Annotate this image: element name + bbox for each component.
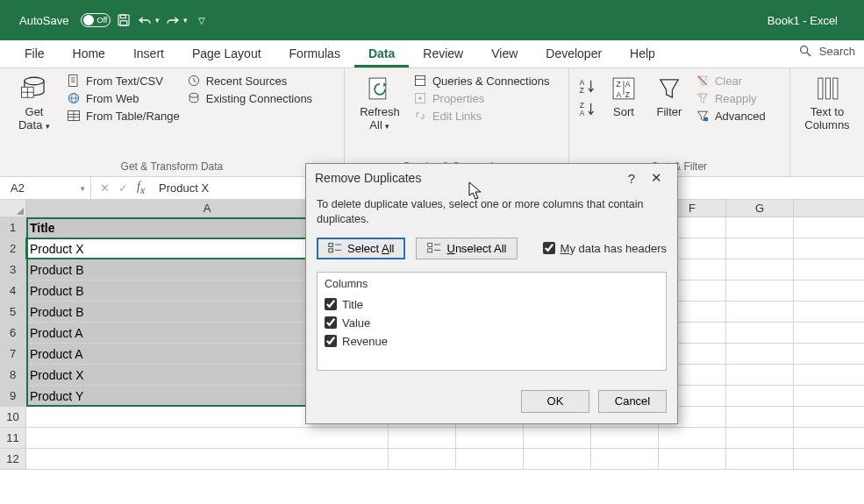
cell[interactable] [726, 217, 794, 238]
existing-connections-button[interactable]: Existing Connections [187, 91, 312, 105]
sort-desc-button[interactable]: ZA [578, 100, 597, 119]
cell[interactable] [726, 428, 794, 448]
cell[interactable] [456, 449, 524, 469]
cell[interactable] [726, 386, 794, 406]
cell[interactable] [659, 449, 726, 469]
text-to-columns-button[interactable]: Text to Columns [799, 72, 855, 133]
cell[interactable] [26, 449, 389, 469]
advanced-filter-button[interactable]: Advanced [696, 109, 766, 123]
row-header[interactable]: 5 [0, 302, 26, 322]
undo-icon[interactable] [137, 12, 153, 28]
tab-page-layout[interactable]: Page Layout [178, 41, 275, 67]
cancel-formula-icon[interactable]: ✕ [100, 181, 110, 195]
cell[interactable] [591, 428, 659, 448]
tab-formulas[interactable]: Formulas [275, 41, 354, 67]
row-header[interactable]: 3 [0, 259, 26, 280]
fx-icon[interactable]: fx [137, 180, 145, 196]
redo-icon[interactable] [165, 12, 181, 28]
cell[interactable] [726, 238, 794, 259]
column-checkbox-revenue[interactable]: Revenue [325, 332, 659, 351]
dialog-help-button[interactable]: ? [619, 171, 644, 186]
refresh-all-button[interactable]: Refresh All ▾ [353, 72, 406, 133]
row-header[interactable]: 6 [0, 323, 26, 343]
tab-view[interactable]: View [477, 41, 532, 67]
table-row[interactable]: 12 [0, 449, 864, 470]
tab-file[interactable]: File [11, 41, 59, 67]
row-header[interactable]: 1 [0, 217, 26, 238]
cell[interactable] [591, 449, 659, 469]
queries-connections-button[interactable]: Queries & Connections [413, 74, 550, 88]
from-table-range-button[interactable]: From Table/Range [67, 109, 180, 123]
edit-links-button[interactable]: Edit Links [413, 109, 550, 123]
dialog-description: To delete duplicate values, select one o… [317, 197, 667, 227]
row-header[interactable]: 9 [0, 386, 26, 406]
svg-point-5 [25, 77, 44, 85]
svg-point-26 [418, 96, 421, 99]
svg-line-36 [698, 76, 707, 85]
redo-dropdown-icon[interactable]: ▾ [183, 16, 188, 25]
row-header[interactable]: 10 [0, 407, 26, 427]
svg-text:A: A [625, 80, 631, 89]
recent-sources-button[interactable]: Recent Sources [187, 74, 312, 88]
row-header[interactable]: 7 [0, 344, 26, 364]
from-text-csv-button[interactable]: From Text/CSV [67, 74, 180, 88]
dialog-close-button[interactable]: ✕ [644, 170, 668, 186]
enter-formula-icon[interactable]: ✓ [118, 181, 128, 195]
cell[interactable] [726, 259, 794, 280]
name-box[interactable]: A2 [4, 177, 91, 199]
svg-rect-22 [369, 78, 386, 99]
unselect-all-button[interactable]: Unselect All [416, 238, 518, 259]
table-row[interactable]: 11 [0, 428, 864, 449]
tab-developer[interactable]: Developer [532, 41, 616, 67]
sort-button[interactable]: ZAAZ Sort [604, 72, 643, 120]
from-web-button[interactable]: From Web [67, 91, 180, 105]
undo-dropdown-icon[interactable]: ▾ [155, 16, 160, 25]
row-header[interactable]: 2 [0, 238, 26, 259]
cell[interactable] [659, 428, 726, 448]
cell[interactable] [726, 280, 794, 301]
cell[interactable] [726, 302, 794, 322]
tab-home[interactable]: Home [59, 41, 119, 67]
column-checkbox-value[interactable]: Value [325, 314, 659, 332]
cell[interactable] [726, 365, 794, 385]
cell[interactable] [726, 407, 794, 427]
clear-filter-button[interactable]: Clear [696, 74, 766, 88]
row-header[interactable]: 12 [0, 449, 26, 469]
svg-text:A: A [616, 90, 621, 99]
tab-data[interactable]: Data [354, 41, 409, 67]
cell[interactable] [726, 344, 794, 364]
tab-review[interactable]: Review [409, 41, 477, 67]
row-header[interactable]: 8 [0, 365, 26, 385]
svg-rect-45 [428, 244, 432, 247]
cell[interactable] [726, 449, 794, 469]
tab-insert[interactable]: Insert [119, 41, 178, 67]
my-data-has-headers-checkbox[interactable]: My data has headers [543, 242, 667, 255]
cell[interactable] [389, 428, 456, 448]
ok-button[interactable]: OK [521, 390, 589, 413]
cell[interactable] [389, 449, 456, 469]
cell[interactable] [726, 323, 794, 343]
autosave-toggle[interactable]: Off [81, 13, 111, 27]
reapply-button[interactable]: Reapply [696, 91, 766, 105]
column-checkbox-title[interactable]: Title [325, 295, 659, 314]
cell[interactable] [456, 428, 524, 448]
cell[interactable] [524, 428, 591, 448]
search-box[interactable]: Search [798, 44, 855, 58]
select-all-button[interactable]: Select All [317, 238, 405, 259]
cancel-button[interactable]: Cancel [598, 390, 667, 413]
col-header-g[interactable]: G [726, 200, 794, 217]
row-header[interactable]: 4 [0, 280, 26, 301]
web-icon [67, 91, 81, 105]
sort-asc-button[interactable]: AZ [578, 77, 597, 96]
cell[interactable] [524, 449, 591, 469]
filter-button[interactable]: Filter [650, 72, 689, 120]
get-data-button[interactable]: Get Data ▾ [9, 72, 60, 133]
save-icon[interactable] [116, 12, 132, 28]
properties-button[interactable]: Properties [413, 91, 550, 105]
tab-help[interactable]: Help [616, 41, 669, 67]
cell[interactable] [26, 428, 389, 448]
select-all-corner[interactable] [0, 200, 26, 217]
row-header[interactable]: 11 [0, 428, 26, 448]
svg-text:Z: Z [580, 102, 584, 110]
qat-customize-icon[interactable]: ▽ [198, 16, 205, 25]
